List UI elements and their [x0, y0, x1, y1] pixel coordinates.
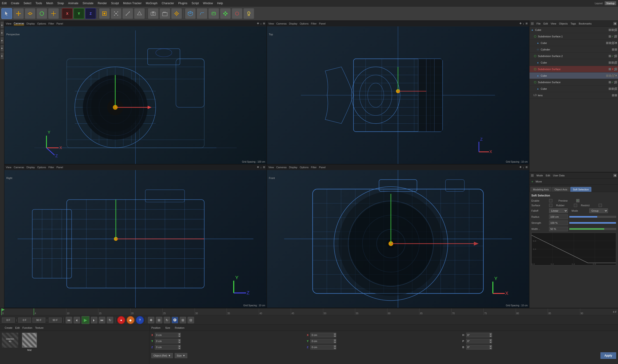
menu-motion-tracker[interactable]: Motion Tracker	[123, 2, 142, 5]
object-mode-btn[interactable]	[99, 8, 110, 19]
obj-vis-7[interactable]	[609, 68, 611, 70]
vp-right-fullscreen-icon[interactable]: ⊞	[263, 166, 265, 169]
coord-pos-z-down[interactable]: ▼	[178, 347, 181, 350]
menu-help[interactable]: Help	[217, 2, 223, 5]
obj-menu-objects[interactable]: Objects	[559, 22, 567, 25]
vp-top-cameras-tab[interactable]: Cameras	[276, 22, 287, 25]
obj-row-subdiv-2[interactable]: ⬡ Subdivision Surface.2 ✓	[529, 53, 618, 59]
rotate-vp-btn[interactable]: ↻	[164, 317, 170, 323]
viewport-right[interactable]: View Cameras Display Options Filter Pane…	[4, 164, 267, 308]
viewport-front[interactable]: View Cameras Display Options Filter Pane…	[267, 164, 529, 308]
menu-window[interactable]: Window	[203, 2, 213, 5]
axis-x-btn[interactable]: X	[62, 8, 73, 19]
viewport-right-content[interactable]: Right	[4, 170, 267, 308]
obj-vis-3[interactable]	[606, 42, 608, 44]
vp-front-options-tab[interactable]: Options	[300, 166, 309, 169]
select-tool-btn[interactable]	[1, 8, 12, 19]
mat-menu-texture[interactable]: Texture	[35, 326, 43, 329]
obj-vis-5[interactable]	[609, 55, 611, 57]
props-menu-mode[interactable]: Mode	[537, 174, 543, 177]
obj-render-5[interactable]: ✓	[611, 54, 614, 58]
obj-row-cube-1[interactable]: ▲ Cube	[529, 27, 618, 33]
auto-keyframe-btn[interactable]: ?	[136, 316, 144, 324]
menu-simulate[interactable]: Simulate	[83, 2, 94, 5]
vp-top-view-tab[interactable]: View	[268, 22, 274, 25]
end-frame-input[interactable]: 90 F	[32, 317, 45, 323]
timeline-tick-80[interactable]: 80	[516, 308, 548, 315]
obj-render-9[interactable]: ✓	[611, 81, 614, 84]
mograph-btn[interactable]	[220, 8, 231, 19]
coord-size-y-down[interactable]: ▼	[334, 341, 336, 343]
coord-rot-h-down[interactable]: ▼	[489, 335, 492, 337]
clapperboard-btn[interactable]	[159, 8, 170, 19]
obj-render-2[interactable]: ✓	[611, 35, 614, 38]
menu-render[interactable]: Render	[98, 2, 107, 5]
obj-vis-8[interactable]	[606, 75, 608, 77]
coord-rot-b-down[interactable]: ▼	[489, 347, 492, 350]
timeline-tick-60[interactable]: 60	[387, 308, 419, 315]
apply-button[interactable]: Apply	[601, 352, 616, 359]
vp-front-move-icon[interactable]: ✥	[519, 166, 522, 169]
timeline-bar[interactable]: 0 4 10 15 20 25 30 35 40 45 50 55 60 65 …	[0, 308, 618, 315]
render-settings-btn[interactable]	[171, 8, 182, 19]
vp-persp-panel-tab[interactable]: Panel	[56, 22, 63, 25]
obj-tag-6[interactable]	[614, 61, 617, 64]
props-menu-userdata[interactable]: User Data	[553, 174, 565, 177]
prop-preview-checkbox[interactable]	[576, 199, 579, 202]
coord-size-z-down[interactable]: ▼	[334, 347, 336, 350]
vp-right-up-icon[interactable]: ↕	[260, 166, 262, 169]
vp-top-filter-tab[interactable]: Filter	[311, 22, 316, 25]
props-collapse-btn[interactable]: ◀	[613, 174, 617, 177]
coord-size-x[interactable]: 0 cm	[310, 333, 334, 337]
vp-front-filter-tab[interactable]: Filter	[311, 166, 316, 169]
material-swatch[interactable]	[22, 333, 37, 348]
obj-menu-bookmarks[interactable]: Bookmarks	[579, 22, 592, 25]
timeline-tick-25[interactable]: 25	[162, 308, 194, 315]
prop-enable-checkbox[interactable]	[549, 199, 552, 202]
obj-render-1[interactable]	[611, 29, 614, 31]
left-btn-2[interactable]: ▶	[0, 29, 4, 36]
layout-dropdown[interactable]: Startup	[605, 1, 616, 5]
vp-top-display-tab[interactable]: Display	[289, 22, 297, 25]
vp-persp-options-tab[interactable]: Options	[37, 22, 46, 25]
prop-restrict-checkbox[interactable]	[599, 204, 602, 207]
obj-tag-8[interactable]	[612, 74, 615, 77]
obj-menu-tags[interactable]: Tags	[571, 22, 576, 25]
coord-pos-y-down[interactable]: ▼	[178, 341, 181, 343]
obj-vis-9[interactable]	[609, 81, 611, 83]
vp-front-view-tab[interactable]: View	[268, 166, 274, 169]
coord-pos-y[interactable]: 0 cm	[155, 339, 178, 343]
falloff-curve-graph[interactable]: 0.8 0.4 0.2 0.4 0.6 0.0	[531, 233, 616, 265]
play-btn[interactable]: ▶	[81, 316, 90, 324]
props-menu-edit[interactable]: Edit	[546, 174, 550, 177]
vp-right-filter-tab[interactable]: Filter	[48, 166, 54, 169]
prop-width-input[interactable]	[549, 227, 568, 231]
left-btn-5[interactable]: ▶	[0, 52, 4, 59]
cube-btn[interactable]	[185, 8, 196, 19]
timeline-tick-4[interactable]: 4	[34, 308, 66, 315]
menu-select[interactable]: Select	[24, 2, 31, 5]
timeline-tick-35[interactable]: 35	[227, 308, 258, 315]
step-back-btn[interactable]: ⏴	[74, 317, 80, 323]
timeline-tick-75[interactable]: 75	[483, 308, 515, 315]
vp-persp-fullscreen-icon[interactable]: ⊞	[263, 22, 265, 25]
prop-width-slider[interactable]	[569, 228, 616, 230]
vp-front-panel-tab[interactable]: Panel	[319, 166, 326, 169]
coord-size-y[interactable]: 0 cm	[310, 339, 334, 343]
menu-create[interactable]: Create	[11, 2, 19, 5]
vp-right-move-icon[interactable]: ✥	[257, 166, 259, 169]
menu-animate[interactable]: Animate	[68, 2, 78, 5]
vp-persp-cameras-tab[interactable]: Cameras	[14, 22, 24, 25]
obj-row-cylinder[interactable]: ⬭ Cylinder	[529, 46, 618, 53]
obj-tag-3[interactable]	[612, 42, 615, 44]
menu-character[interactable]: Character	[162, 2, 174, 5]
obj-row-subdiv-1[interactable]: ⬡ Subdivision Surface.1 ✓	[529, 33, 618, 40]
obj-vis-10[interactable]	[609, 88, 611, 90]
coord-rot-p-down[interactable]: ▼	[489, 341, 492, 343]
obj-menu-edit[interactable]: Edit	[543, 22, 548, 25]
viewport-front-content[interactable]: Front	[267, 170, 529, 308]
menu-edit[interactable]: Edit	[2, 2, 7, 5]
coord-size-x-down[interactable]: ▼	[334, 335, 336, 337]
vp-persp-view-tab[interactable]: View	[6, 22, 12, 25]
light-btn[interactable]	[243, 8, 254, 19]
